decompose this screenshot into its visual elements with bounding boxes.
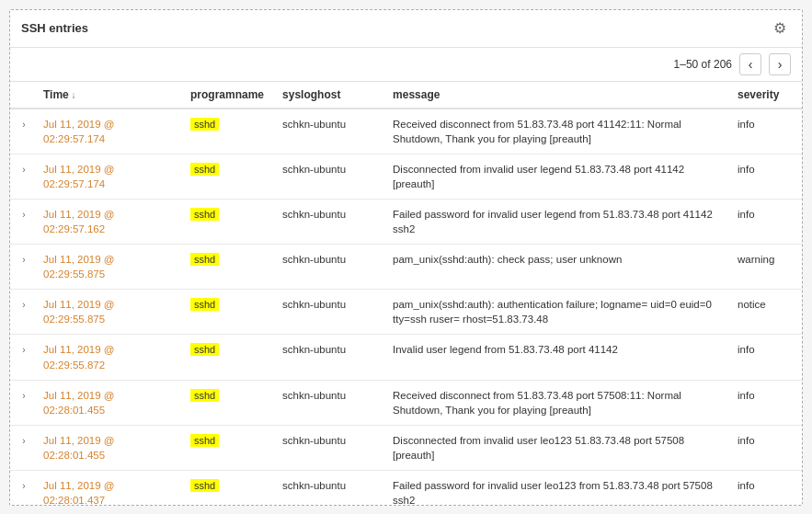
expand-icon[interactable]: › [17, 344, 30, 357]
row-expand-cell: › [10, 290, 34, 335]
row-message: Failed password for invalid user legend … [383, 199, 728, 244]
time-value: Jul 11, 2019 @ 02:29:55.872 [43, 344, 115, 370]
row-sysloghost: schkn-ubuntu [273, 471, 383, 505]
time-value: Jul 11, 2019 @ 02:29:57.174 [43, 119, 115, 144]
row-programname: sshd [181, 471, 273, 505]
table-row: ›Jul 11, 2019 @ 02:28:01.455sshdschkn-ub… [10, 380, 802, 425]
row-expand-cell: › [10, 199, 34, 244]
row-severity: info [728, 154, 802, 199]
program-badge: sshd [190, 343, 219, 356]
time-value: Jul 11, 2019 @ 02:29:55.875 [43, 299, 115, 325]
row-message: Received disconnect from 51.83.73.48 por… [383, 380, 728, 425]
program-badge: sshd [190, 434, 219, 447]
program-badge: sshd [190, 253, 219, 266]
row-severity: info [728, 109, 802, 154]
row-expand-cell: › [10, 109, 34, 154]
row-programname: sshd [181, 154, 273, 199]
col-header-sysloghost: sysloghost [273, 82, 383, 109]
row-time: Jul 11, 2019 @ 02:29:55.872 [34, 335, 181, 380]
panel-header: SSH entries ⚙ [10, 10, 802, 48]
row-expand-cell: › [10, 335, 34, 380]
row-sysloghost: schkn-ubuntu [273, 380, 383, 425]
pagination-bar: 1–50 of 206 ‹ › [10, 48, 802, 82]
row-time: Jul 11, 2019 @ 02:29:57.162 [34, 199, 181, 244]
row-sysloghost: schkn-ubuntu [273, 425, 383, 470]
row-sysloghost: schkn-ubuntu [273, 109, 383, 154]
row-expand-cell: › [10, 471, 34, 505]
time-value: Jul 11, 2019 @ 02:28:01.455 [43, 390, 115, 416]
row-programname: sshd [181, 380, 273, 425]
table-row: ›Jul 11, 2019 @ 02:29:55.872sshdschkn-ub… [10, 335, 802, 380]
col-header-message: message [383, 82, 728, 109]
row-sysloghost: schkn-ubuntu [273, 290, 383, 335]
row-programname: sshd [181, 290, 273, 335]
col-header-time[interactable]: Time [34, 82, 181, 109]
row-sysloghost: schkn-ubuntu [273, 245, 383, 290]
expand-icon[interactable]: › [17, 119, 30, 131]
expand-icon[interactable]: › [17, 209, 30, 222]
program-badge: sshd [190, 208, 219, 221]
pagination-next-button[interactable]: › [769, 53, 791, 75]
table-row: ›Jul 11, 2019 @ 02:29:57.174sshdschkn-ub… [10, 109, 802, 154]
row-expand-cell: › [10, 380, 34, 425]
row-message: pam_unix(sshd:auth): check pass; user un… [383, 245, 728, 290]
pagination-info: 1–50 of 206 [674, 58, 732, 71]
row-severity: info [728, 199, 802, 244]
row-message: Invalid user legend from 51.83.73.48 por… [383, 335, 728, 380]
row-time: Jul 11, 2019 @ 02:29:57.174 [34, 109, 181, 154]
pagination-prev-button[interactable]: ‹ [739, 53, 761, 75]
table-row: ›Jul 11, 2019 @ 02:29:55.875sshdschkn-ub… [10, 245, 802, 290]
row-programname: sshd [181, 335, 273, 380]
program-badge: sshd [190, 163, 219, 176]
row-sysloghost: schkn-ubuntu [273, 199, 383, 244]
program-badge: sshd [190, 118, 219, 131]
row-sysloghost: schkn-ubuntu [273, 335, 383, 380]
row-programname: sshd [181, 425, 273, 470]
row-time: Jul 11, 2019 @ 02:28:01.437 [34, 471, 181, 505]
col-header-severity: severity [728, 82, 802, 109]
gear-button[interactable]: ⚙ [769, 17, 791, 40]
expand-icon[interactable]: › [17, 435, 30, 448]
row-expand-cell: › [10, 154, 34, 199]
row-severity: info [728, 425, 802, 470]
table-row: ›Jul 11, 2019 @ 02:28:01.455sshdschkn-ub… [10, 425, 802, 470]
row-expand-cell: › [10, 245, 34, 290]
table-wrapper: Time programname sysloghost message seve… [10, 82, 802, 505]
row-message: Failed password for invalid user leo123 … [383, 471, 728, 505]
row-severity: info [728, 335, 802, 380]
row-programname: sshd [181, 109, 273, 154]
col-header-expand [10, 82, 34, 109]
row-message: pam_unix(sshd:auth): authentication fail… [383, 290, 728, 335]
entries-table: Time programname sysloghost message seve… [10, 82, 802, 505]
row-message: Received disconnect from 51.83.73.48 por… [383, 109, 728, 154]
panel-title: SSH entries [21, 21, 88, 35]
row-message: Disconnected from invalid user leo123 51… [383, 425, 728, 470]
row-programname: sshd [181, 245, 273, 290]
row-severity: info [728, 471, 802, 505]
expand-icon[interactable]: › [17, 480, 30, 493]
expand-icon[interactable]: › [17, 390, 30, 403]
expand-icon[interactable]: › [17, 254, 30, 267]
row-expand-cell: › [10, 425, 34, 470]
expand-icon[interactable]: › [17, 164, 30, 177]
time-value: Jul 11, 2019 @ 02:28:01.455 [43, 435, 115, 461]
row-time: Jul 11, 2019 @ 02:28:01.455 [34, 380, 181, 425]
program-badge: sshd [190, 479, 219, 492]
expand-icon[interactable]: › [17, 299, 30, 312]
time-value: Jul 11, 2019 @ 02:29:57.162 [43, 209, 115, 234]
table-row: ›Jul 11, 2019 @ 02:29:57.162sshdschkn-ub… [10, 199, 802, 244]
row-severity: notice [728, 290, 802, 335]
time-value: Jul 11, 2019 @ 02:29:57.174 [43, 164, 115, 189]
table-row: ›Jul 11, 2019 @ 02:28:01.437sshdschkn-ub… [10, 471, 802, 505]
row-time: Jul 11, 2019 @ 02:28:01.455 [34, 425, 181, 470]
col-header-programname: programname [181, 82, 273, 109]
table-body: ›Jul 11, 2019 @ 02:29:57.174sshdschkn-ub… [10, 109, 802, 505]
program-badge: sshd [190, 389, 219, 402]
row-programname: sshd [181, 199, 273, 244]
table-header-row: Time programname sysloghost message seve… [10, 82, 802, 109]
time-value: Jul 11, 2019 @ 02:28:01.437 [43, 480, 115, 505]
row-severity: info [728, 380, 802, 425]
ssh-entries-panel: SSH entries ⚙ 1–50 of 206 ‹ › Time progr… [9, 9, 803, 506]
row-time: Jul 11, 2019 @ 02:29:55.875 [34, 245, 181, 290]
gear-icon: ⚙ [773, 19, 786, 37]
